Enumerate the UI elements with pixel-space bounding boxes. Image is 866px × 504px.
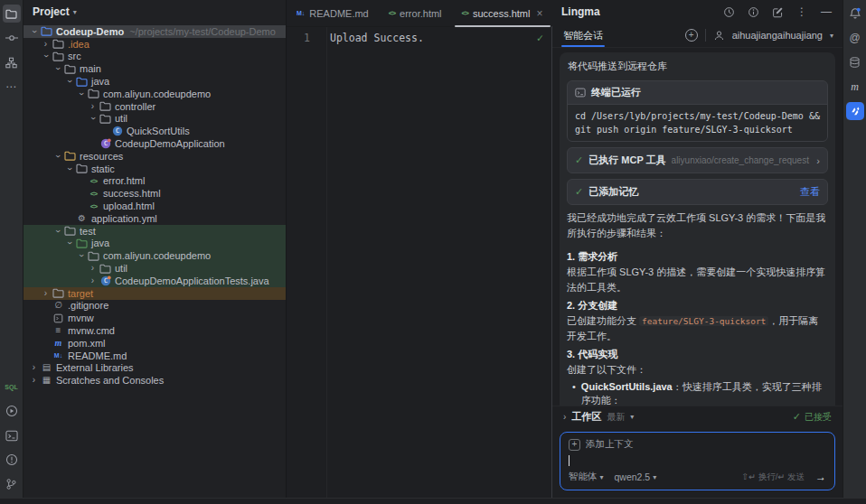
tree-row-quicksortutils[interactable]: CQuickSortUtils bbox=[24, 125, 286, 137]
tree-row-controller[interactable]: ›controller bbox=[24, 100, 286, 113]
chevron-right-icon[interactable]: › bbox=[87, 102, 99, 111]
project-header[interactable]: Project ▾ bbox=[24, 0, 286, 23]
more-button[interactable]: ⋮ bbox=[795, 5, 809, 19]
tab-error.html[interactable]: <>error.html bbox=[379, 0, 452, 26]
tree-row-util[interactable]: ›util bbox=[24, 262, 286, 275]
chevron-down-icon[interactable]: › bbox=[65, 76, 74, 88]
user-icon bbox=[713, 30, 725, 42]
inspection-ok-icon[interactable]: ✓ bbox=[537, 32, 543, 44]
tree-row-upload.html[interactable]: <>upload.html bbox=[24, 200, 286, 212]
chevron-down-icon[interactable]: ▾ bbox=[630, 413, 634, 421]
tree-row-mvnw.cmd[interactable]: ≡mvnw.cmd bbox=[24, 324, 286, 337]
chat-input-box[interactable]: + 添加上下文 智能体▾ qwen2.5▾ ⇧↵ 换行/↵ 发送 → bbox=[560, 432, 835, 490]
tree-row-static[interactable]: ›static bbox=[24, 163, 286, 175]
chevron-right-icon[interactable]: › bbox=[28, 376, 40, 385]
tab-smart-chat[interactable]: 智能会话 bbox=[561, 23, 605, 47]
chevron-right-icon[interactable]: › bbox=[40, 289, 52, 298]
tree-row-codeupdemoapplication[interactable]: CCodeupDemoApplication bbox=[24, 137, 286, 150]
model-selector[interactable]: qwen2.5▾ bbox=[615, 471, 657, 482]
tree-row-mvnw[interactable]: mvnw bbox=[24, 312, 286, 324]
workspace-bar[interactable]: › 工作区 最新 ▾ ✓已接受 bbox=[552, 406, 842, 427]
tree-row-codeup-demo[interactable]: ›Codeup-Demo~/projects/my-test/Codeup-De… bbox=[24, 25, 286, 38]
tree-row-java[interactable]: ›java bbox=[24, 75, 286, 88]
check-circle-icon: ✓ bbox=[793, 411, 801, 423]
tree-row-.gitignore[interactable]: ∅.gitignore bbox=[24, 300, 286, 313]
chevron-right-icon[interactable]: › bbox=[87, 264, 99, 273]
sql-button[interactable]: SQL bbox=[3, 378, 21, 396]
chevron-down-icon[interactable]: › bbox=[65, 238, 74, 249]
tree-row-java[interactable]: ›java bbox=[24, 238, 286, 250]
tree-row-com.aliyun.codeupdemo[interactable]: ›com.aliyun.codeupdemo bbox=[24, 249, 286, 262]
chevron-down-icon[interactable]: › bbox=[30, 25, 39, 37]
chat-scroll-area[interactable]: 将代码推送到远程仓库 终端已运行 cd /Users/lyb/projects/… bbox=[552, 48, 842, 406]
scratches-icon: ▦ bbox=[40, 376, 53, 385]
chevron-down-icon[interactable]: › bbox=[65, 163, 74, 174]
mcp-tool-card[interactable]: ✓ 已执行 MCP 工具 aliyunxiao/create_change_re… bbox=[567, 147, 828, 173]
git-branch-icon bbox=[5, 478, 17, 490]
close-icon[interactable]: × bbox=[536, 7, 542, 20]
tab-success.html[interactable]: <>success.html× bbox=[452, 0, 553, 26]
mentions-button[interactable]: @ bbox=[846, 29, 864, 47]
section-body: 根据工作项 SLGY-3 的描述，需要创建一个实现快速排序算法的工具类。 bbox=[567, 265, 828, 294]
user-menu[interactable]: aihuajiangaihuajiang bbox=[732, 30, 823, 41]
chevron-down-icon[interactable]: › bbox=[53, 225, 62, 237]
package-icon bbox=[87, 89, 100, 98]
tree-row-pom.xml[interactable]: mpom.xml bbox=[24, 337, 286, 350]
lingma-tab-bar: 智能会话 + aihuajiangaihuajiang ▾ bbox=[552, 23, 842, 48]
history-button[interactable] bbox=[721, 5, 736, 19]
tree-row-success.html[interactable]: <>success.html bbox=[24, 187, 286, 200]
tree-row-error.html[interactable]: <>error.html bbox=[24, 175, 286, 188]
tree-row-application.yml[interactable]: ⚙application.yml bbox=[24, 212, 286, 225]
git-branch-button[interactable] bbox=[3, 475, 21, 493]
tab-readme.md[interactable]: M↓README.md bbox=[287, 0, 379, 26]
services-button[interactable] bbox=[3, 402, 21, 420]
tree-row-codeupdemoapplicationtests.java[interactable]: ›CCodeupDemoApplicationTests.java bbox=[24, 275, 286, 287]
chevron-down-icon[interactable]: › bbox=[53, 63, 62, 75]
new-chat-button[interactable] bbox=[770, 5, 785, 19]
tree-row-target[interactable]: ›target bbox=[24, 287, 286, 300]
maven-button[interactable]: m bbox=[846, 78, 864, 96]
send-button[interactable]: → bbox=[815, 471, 826, 483]
terminal-button[interactable] bbox=[3, 426, 21, 444]
tree-row-.idea[interactable]: ›.idea bbox=[24, 38, 286, 51]
new-session-button[interactable]: + bbox=[685, 29, 698, 42]
project-button[interactable] bbox=[3, 5, 21, 23]
database-button[interactable] bbox=[846, 53, 864, 71]
tree-row-util[interactable]: ›util bbox=[24, 113, 286, 126]
chevron-down-icon[interactable]: › bbox=[42, 51, 51, 62]
tree-row-com.aliyun.codeupdemo[interactable]: ›com.aliyun.codeupdemo bbox=[24, 88, 286, 100]
commit-button[interactable] bbox=[3, 29, 21, 47]
tree-row-main[interactable]: ›main bbox=[24, 62, 286, 75]
add-context-chip[interactable]: + 添加上下文 bbox=[569, 438, 826, 451]
problems-button[interactable] bbox=[3, 451, 21, 469]
file-exec-icon bbox=[52, 313, 65, 323]
tree-item-label: com.aliyun.codeupdemo bbox=[103, 89, 211, 99]
tree-row-resources[interactable]: ›resources bbox=[24, 150, 286, 163]
tree-row-readme.md[interactable]: M↓README.md bbox=[24, 350, 286, 362]
lingma-logo-button[interactable] bbox=[846, 102, 864, 120]
chevron-down-icon[interactable]: › bbox=[53, 150, 62, 162]
view-memory-link[interactable]: 查看 bbox=[800, 185, 820, 199]
code-editor[interactable]: 1 Upload Success. ✓ bbox=[287, 27, 551, 498]
info-button[interactable] bbox=[746, 5, 760, 19]
chevron-down-icon[interactable]: ▾ bbox=[830, 32, 833, 40]
structure-button[interactable] bbox=[3, 53, 21, 71]
tree-row-scratches-and-consoles[interactable]: ›▦Scratches and Consoles bbox=[24, 374, 286, 387]
chevron-down-icon[interactable]: › bbox=[77, 88, 86, 99]
chevron-right-icon[interactable]: › bbox=[28, 363, 40, 372]
chevron-down-icon[interactable]: › bbox=[89, 113, 98, 125]
tree-row-test[interactable]: ›test bbox=[24, 225, 286, 238]
chevron-right-icon[interactable]: › bbox=[87, 276, 99, 285]
chevron-down-icon[interactable]: › bbox=[77, 250, 86, 262]
agent-selector[interactable]: 智能体▾ bbox=[569, 471, 604, 483]
minimize-button[interactable]: — bbox=[819, 5, 833, 19]
more-button[interactable]: ⋯ bbox=[3, 78, 21, 96]
tree-row-src[interactable]: ›src bbox=[24, 51, 286, 63]
tree-item-label: util bbox=[115, 263, 127, 274]
terminal-run-card[interactable]: 终端已运行 cd /Users/lyb/projects/my-test/Cod… bbox=[567, 80, 828, 142]
tree-row-external-libraries[interactable]: ›▤External Libraries bbox=[24, 362, 286, 375]
chevron-right-icon[interactable]: › bbox=[40, 40, 52, 49]
memory-added-card[interactable]: ✓ 已添加记忆 查看 bbox=[567, 179, 828, 205]
tree-item-label: static bbox=[91, 163, 115, 174]
notifications-button[interactable] bbox=[846, 5, 864, 23]
